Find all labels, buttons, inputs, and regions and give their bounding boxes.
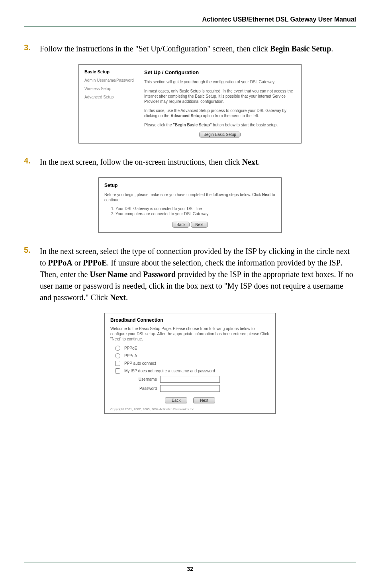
bold-term: Next	[242, 157, 258, 166]
text: Please click the	[144, 123, 173, 127]
username-label: Username	[126, 377, 160, 382]
back-button[interactable]: Back	[165, 397, 187, 403]
sidebar-item-advanced[interactable]: Advanced Setup	[84, 95, 144, 99]
bold-term: PPPoE	[83, 258, 107, 267]
small-caps: ISP	[230, 270, 241, 279]
small-caps: ISP	[241, 281, 252, 290]
text: option from the menu to the left.	[202, 114, 259, 118]
text: .	[126, 293, 128, 302]
back-button[interactable]: Back	[172, 222, 190, 228]
small-caps: ISP	[329, 258, 341, 267]
bold-term: "Begin Basic Setup"	[173, 123, 212, 127]
step-text: Follow the instructions in the "Set Up/C…	[40, 43, 356, 55]
pppoa-radio[interactable]	[115, 353, 120, 358]
bold-term: User Name	[90, 270, 128, 279]
step-number: 3.	[24, 43, 40, 55]
next-button[interactable]: Next	[193, 397, 215, 403]
text: and	[127, 270, 143, 279]
screenshot-broadband-connection: Broadband Connection Welcome to the Basi…	[24, 313, 356, 414]
page-footer: 32	[24, 562, 356, 572]
step-number: 4.	[24, 156, 40, 168]
bold-term: Password	[143, 270, 176, 279]
list-item: Your DSL Gateway is connected to your DS…	[116, 206, 276, 211]
step-text: In the next screen, select the type of c…	[40, 246, 356, 303]
text: button below to start the basic setup.	[212, 123, 278, 127]
text: In the next screen, follow the on-screen…	[40, 157, 242, 166]
next-button[interactable]: Next	[191, 222, 208, 228]
small-caps: ISP	[245, 247, 257, 256]
page-number: 32	[187, 566, 193, 572]
bold-term: Advanced Setup	[170, 114, 202, 118]
option-label: PPPoE	[124, 346, 137, 350]
password-input[interactable]	[160, 385, 220, 392]
paragraph: Please click the "Begin Basic Setup" but…	[144, 122, 296, 128]
text: In the next screen, select the type of c…	[40, 247, 245, 256]
option-label: PPPoA	[124, 354, 137, 358]
step-5: 5. In the next screen, select the type o…	[24, 246, 356, 303]
text: .	[331, 44, 333, 53]
step-text: In the next screen, follow the on-screen…	[40, 156, 356, 168]
username-input[interactable]	[160, 376, 220, 383]
copyright-text: Copyright 2001, 2002, 2003, 2004 Actiont…	[110, 407, 270, 411]
no-auth-checkbox[interactable]	[115, 368, 120, 374]
pppoe-radio[interactable]	[115, 346, 120, 351]
content-title: Broadband Connection	[110, 317, 270, 323]
paragraph: In this case, use the Advanced Setup pro…	[144, 108, 296, 118]
content-title: Set Up / Configuration	[144, 69, 296, 75]
paragraph: Before you begin, please make sure you h…	[104, 192, 276, 203]
text: Follow the instructions in the "Set Up/C…	[40, 44, 270, 53]
bold-term: Begin Basic Setup	[270, 44, 331, 53]
ppp-auto-connect-checkbox[interactable]	[115, 361, 120, 366]
screenshot-setup: Setup Before you begin, please make sure…	[24, 177, 356, 233]
text: . If unsure about the selection, check t…	[107, 258, 329, 267]
password-label: Password	[126, 386, 160, 391]
step-number: 5.	[24, 246, 40, 303]
bold-term: PPPoA	[48, 258, 72, 267]
paragraph: This section will guide you through the …	[144, 79, 296, 85]
bold-term: Next	[262, 193, 271, 197]
sidebar-item-wireless[interactable]: Wireless Setup	[84, 87, 144, 91]
list-item: Your computers are connected to your DSL…	[116, 212, 276, 216]
screenshot-setup-configuration: Basic Setup Admin Username/Password Wire…	[24, 64, 356, 144]
paragraph: In most cases, only Basic Setup is requi…	[144, 88, 296, 104]
content-title: Setup	[104, 183, 276, 188]
paragraph: Welcome to the Basic Setup Page. Please …	[110, 326, 270, 342]
text: Before you begin, please make sure you h…	[104, 193, 262, 197]
sidebar-item-admin[interactable]: Admin Username/Password	[84, 78, 144, 83]
step-4: 4. In the next screen, follow the on-scr…	[24, 156, 356, 168]
bold-term: Next	[110, 293, 126, 302]
text: provided by the	[176, 270, 230, 279]
option-label: My ISP does not require a username and p…	[124, 369, 215, 373]
option-label: PPP auto connect	[124, 361, 156, 366]
text: or	[72, 258, 83, 267]
sidebar-title: Basic Setup	[84, 69, 144, 74]
begin-basic-setup-button[interactable]: Begin Basic Setup	[199, 132, 241, 138]
step-3: 3. Follow the instructions in the "Set U…	[24, 43, 356, 55]
page-header: Actiontec USB/Ethernet DSL Gateway User …	[24, 16, 356, 27]
text: .	[258, 157, 260, 166]
